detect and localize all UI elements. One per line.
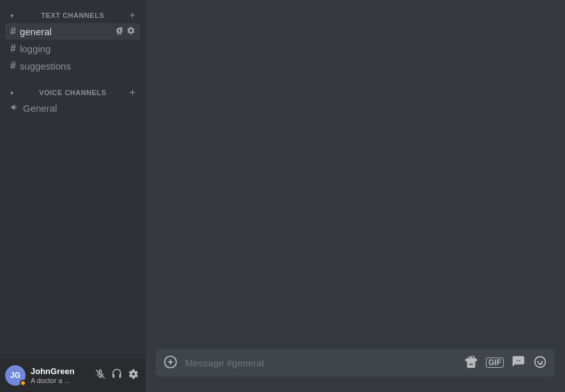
sticker-button[interactable]: [511, 355, 525, 371]
channel-name-general: general: [20, 26, 115, 37]
deafen-button[interactable]: [110, 367, 124, 384]
message-area: [146, 0, 565, 349]
user-status-dot: [20, 380, 26, 386]
add-text-channel-button[interactable]: +: [130, 10, 135, 20]
mute-button[interactable]: [93, 367, 107, 384]
channel-item-general[interactable]: # general: [5, 23, 140, 40]
channel-item-logging[interactable]: # logging: [5, 40, 140, 57]
message-bar: GIF: [146, 349, 565, 392]
avatar: JG: [5, 365, 26, 386]
speaker-icon: [10, 103, 19, 114]
channel-name-suggestions: suggestions: [20, 61, 135, 72]
text-channels-caret: ▾: [10, 12, 13, 19]
user-controls: [93, 367, 140, 384]
svg-point-1: [132, 373, 135, 376]
gif-button[interactable]: GIF: [486, 358, 504, 368]
text-channels-header[interactable]: ▾ TEXT CHANNELS +: [5, 10, 140, 20]
avatar-initials: JG: [10, 371, 20, 380]
hash-icon-logging: #: [10, 43, 16, 54]
channel-name-logging: logging: [20, 43, 135, 54]
user-status-text: A doctor a ...: [31, 377, 93, 384]
input-actions: GIF: [464, 355, 547, 371]
invite-icon-general[interactable]: [115, 26, 124, 37]
hash-icon-suggestions: #: [10, 60, 16, 72]
voice-channels-section: ▾ VOICE CHANNELS + General: [0, 77, 146, 119]
emoji-button[interactable]: [533, 355, 547, 371]
settings-icon-general[interactable]: [126, 26, 135, 37]
text-channels-section: ▾ TEXT CHANNELS + # general: [0, 0, 146, 77]
add-content-button[interactable]: [163, 355, 177, 371]
message-input-container: GIF: [156, 349, 555, 377]
voice-channel-item-general[interactable]: General: [5, 100, 140, 116]
voice-channels-header[interactable]: ▾ VOICE CHANNELS +: [5, 87, 140, 98]
channel-item-suggestions[interactable]: # suggestions: [5, 57, 140, 74]
text-channels-label: TEXT CHANNELS: [41, 11, 104, 19]
gift-button[interactable]: [464, 355, 478, 371]
sidebar: ▾ TEXT CHANNELS + # general: [0, 0, 146, 392]
voice-channels-caret: ▾: [10, 89, 13, 96]
voice-channel-name-general: General: [23, 103, 57, 114]
user-area: JG JohnGreen A doctor a ...: [0, 359, 146, 392]
hash-icon-general: #: [10, 26, 16, 37]
main-content: GIF: [146, 0, 565, 392]
user-info: JohnGreen A doctor a ...: [31, 366, 93, 384]
channel-actions-general: [115, 26, 135, 37]
add-voice-channel-button[interactable]: +: [130, 87, 135, 98]
username: JohnGreen: [31, 366, 93, 377]
voice-channels-label: VOICE CHANNELS: [39, 89, 106, 96]
message-input[interactable]: [185, 358, 459, 368]
user-settings-button[interactable]: [126, 367, 140, 384]
